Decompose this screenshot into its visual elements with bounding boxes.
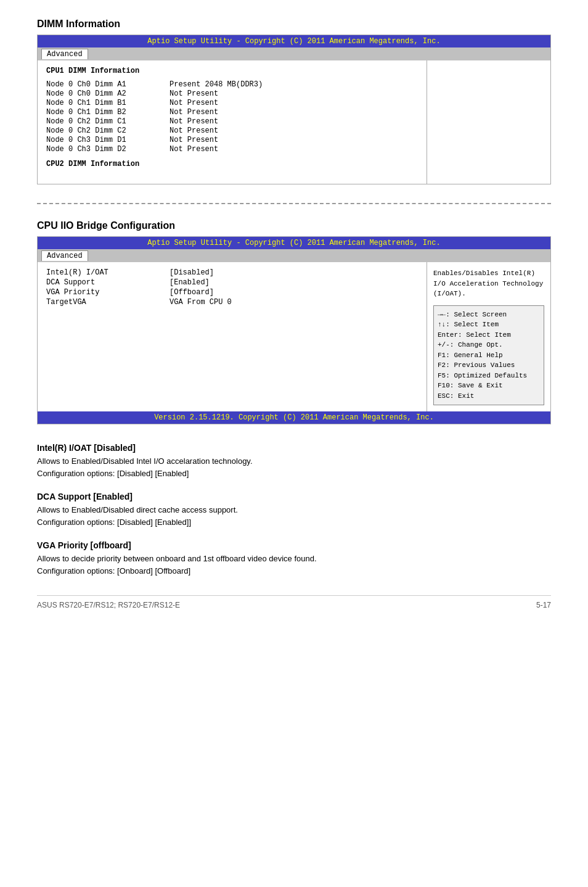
dimm-value: Not Present — [169, 145, 218, 154]
desc-title-intel-ioat: Intel(R) I/OAT [Disabled] — [37, 443, 551, 453]
cpu-iio-bios-side: Enables/Disables Intel(R) I/O Accelerati… — [427, 262, 550, 411]
dimm-information-section: DIMM Information Aptio Setup Utility - C… — [37, 19, 551, 204]
dimm-value: Not Present — [169, 99, 218, 107]
help-key-item: F1: General Help — [438, 350, 540, 361]
dimm-bios-screen: Aptio Setup Utility - Copyright (C) 2011… — [37, 35, 551, 184]
dimm-bios-main: CPU1 DIMM Information Node 0 Ch0 Dimm A1… — [38, 60, 427, 184]
bios-option-row[interactable]: VGA Priority[Offboard] — [46, 288, 418, 297]
dimm-label: Node 0 Ch0 Dimm A2 — [46, 89, 169, 98]
cpu-iio-section-title: CPU IIO Bridge Configuration — [37, 220, 551, 231]
bios-option-value: [Offboard] — [169, 288, 214, 297]
dimm-row: Node 0 Ch2 Dimm C1Not Present — [46, 117, 418, 126]
dimm-row: Node 0 Ch3 Dimm D1Not Present — [46, 136, 418, 144]
cpu-iio-bios-header: Aptio Setup Utility - Copyright (C) 2011… — [38, 237, 550, 249]
help-key-item: F5: Optimized Defaults — [438, 371, 540, 381]
help-key-item: F2: Previous Values — [438, 360, 540, 371]
help-key-item: F10: Save & Exit — [438, 381, 540, 391]
bios-option-name: TargetVGA — [46, 298, 169, 307]
page-footer: ASUS RS720-E7/RS12; RS720-E7/RS12-E 5-17 — [37, 595, 551, 609]
bios-option-value: VGA From CPU 0 — [169, 298, 232, 307]
desc-text-dca-support: Allows to Enabled/Disabled direct cache … — [37, 504, 551, 528]
desc-vga-priority: VGA Priority [offboard]Allows to decide … — [37, 540, 551, 577]
dimm-label: Node 0 Ch0 Dimm A1 — [46, 80, 169, 89]
desc-text-vga-priority: Allows to decide priority between onboar… — [37, 553, 551, 577]
dimm-bios-side — [427, 60, 550, 184]
bios-option-name: DCA Support — [46, 278, 169, 287]
dimm-divider — [37, 203, 551, 204]
cpu-iio-tab-bar: Advanced — [38, 249, 550, 262]
dimm-row: Node 0 Ch3 Dimm D2Not Present — [46, 145, 418, 154]
desc-intel-ioat: Intel(R) I/OAT [Disabled]Allows to Enabl… — [37, 443, 551, 479]
dimm-label: Node 0 Ch3 Dimm D1 — [46, 136, 169, 144]
footer-left: ASUS RS720-E7/RS12; RS720-E7/RS12-E — [37, 601, 180, 609]
dimm-label: Node 0 Ch2 Dimm C2 — [46, 126, 169, 135]
dimm-row: Node 0 Ch2 Dimm C2Not Present — [46, 126, 418, 135]
dimm-value: Not Present — [169, 126, 218, 135]
dimm-label: Node 0 Ch1 Dimm B2 — [46, 108, 169, 117]
cpu-iio-section: CPU IIO Bridge Configuration Aptio Setup… — [37, 220, 551, 424]
desc-title-dca-support: DCA Support [Enabled] — [37, 492, 551, 501]
cpu-iio-bios-screen: Aptio Setup Utility - Copyright (C) 2011… — [37, 236, 551, 424]
help-key-item: ESC: Exit — [438, 391, 540, 402]
cpu1-label: CPU1 DIMM Information — [46, 67, 418, 75]
help-key-item: →←: Select Screen — [438, 310, 540, 320]
dimm-row: Node 0 Ch0 Dimm A2Not Present — [46, 89, 418, 98]
dimm-row: Node 0 Ch0 Dimm A1Present 2048 MB(DDR3) — [46, 80, 418, 89]
dimm-row: Node 0 Ch1 Dimm B2Not Present — [46, 108, 418, 117]
bios-option-row[interactable]: Intel(R) I/OAT[Disabled] — [46, 268, 418, 277]
cpu-iio-tab-advanced[interactable]: Advanced — [41, 250, 88, 261]
dimm-bios-header: Aptio Setup Utility - Copyright (C) 2011… — [38, 35, 550, 47]
dimm-label: Node 0 Ch1 Dimm B1 — [46, 99, 169, 107]
dimm-value: Not Present — [169, 136, 218, 144]
help-key-item: Enter: Select Item — [438, 330, 540, 340]
cpu2-label: CPU2 DIMM Information — [46, 160, 418, 168]
desc-title-vga-priority: VGA Priority [offboard] — [37, 540, 551, 550]
bios-option-name: Intel(R) I/OAT — [46, 268, 169, 277]
help-key-item: ↑↓: Select Item — [438, 320, 540, 330]
dimm-value: Not Present — [169, 89, 218, 98]
bios-option-row[interactable]: DCA Support[Enabled] — [46, 278, 418, 287]
dimm-section-title: DIMM Information — [37, 19, 551, 30]
bios-option-row[interactable]: TargetVGAVGA From CPU 0 — [46, 298, 418, 307]
cpu-iio-side-help: Enables/Disables Intel(R) I/O Accelerati… — [433, 268, 544, 299]
bios-option-value: [Enabled] — [169, 278, 210, 287]
dimm-value: Not Present — [169, 117, 218, 126]
desc-dca-support: DCA Support [Enabled]Allows to Enabled/D… — [37, 492, 551, 528]
dimm-bios-body: CPU1 DIMM Information Node 0 Ch0 Dimm A1… — [38, 60, 550, 184]
footer-right: 5-17 — [536, 601, 551, 609]
dimm-tab-advanced[interactable]: Advanced — [41, 49, 88, 59]
descriptions-section: Intel(R) I/OAT [Disabled]Allows to Enabl… — [37, 443, 551, 577]
dimm-row: Node 0 Ch1 Dimm B1Not Present — [46, 99, 418, 107]
bios-option-name: VGA Priority — [46, 288, 169, 297]
cpu-iio-bios-body: Intel(R) I/OAT[Disabled]DCA Support[Enab… — [38, 262, 550, 411]
help-keys-box: →←: Select Screen↑↓: Select ItemEnter: S… — [433, 305, 544, 406]
dimm-value: Not Present — [169, 108, 218, 117]
desc-text-intel-ioat: Allows to Enabled/Disabled Intel I/O acc… — [37, 455, 551, 479]
cpu-iio-bios-main: Intel(R) I/OAT[Disabled]DCA Support[Enab… — [38, 262, 427, 411]
dimm-table: Node 0 Ch0 Dimm A1Present 2048 MB(DDR3)N… — [46, 80, 418, 154]
dimm-tab-bar: Advanced — [38, 47, 550, 60]
dimm-label: Node 0 Ch2 Dimm C1 — [46, 117, 169, 126]
cpu-iio-options-table: Intel(R) I/OAT[Disabled]DCA Support[Enab… — [46, 268, 418, 307]
bios-option-value: [Disabled] — [169, 268, 214, 277]
dimm-value: Present 2048 MB(DDR3) — [169, 80, 263, 89]
dimm-label: Node 0 Ch3 Dimm D2 — [46, 145, 169, 154]
help-key-item: +/-: Change Opt. — [438, 340, 540, 350]
cpu-iio-bios-footer: Version 2.15.1219. Copyright (C) 2011 Am… — [38, 411, 550, 424]
